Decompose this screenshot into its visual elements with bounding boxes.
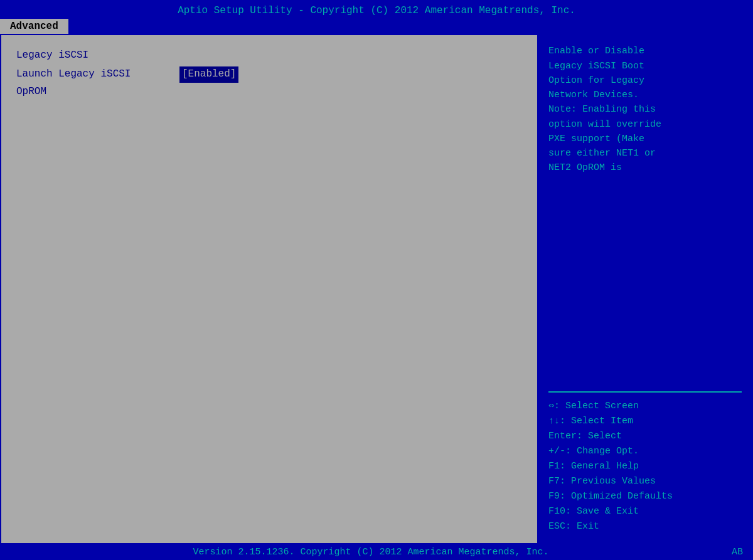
setting-label-launch: Launch Legacy iSCSI [16,66,179,83]
key-f10: F10: Save & Exit [548,504,742,519]
tab-row: Advanced [0,18,753,34]
key-help: ⇔: Select Screen ↑↓: Select Item Enter: … [548,399,742,534]
help-line-6: option will override [548,119,661,130]
help-line-3: Option for Legacy [548,75,644,86]
setting-row-iscsi: Launch Legacy iSCSI [Enabled] [16,66,522,83]
section-title: Legacy iSCSI [16,48,522,64]
key-esc: ESC: Exit [548,519,742,534]
left-panel: Legacy iSCSI Launch Legacy iSCSI [Enable… [1,35,538,543]
header-title: Aptio Setup Utility - Copyright (C) 2012… [178,5,575,16]
tab-advanced[interactable]: Advanced [0,19,68,34]
help-line-1: Enable or Disable [548,46,644,56]
footer-text: Version 2.15.1236. Copyright (C) 2012 Am… [10,547,732,557]
help-line-7: PXE support (Make [548,134,644,144]
key-select-item: ↑↓: Select Item [548,414,742,429]
divider [548,391,742,393]
key-f9: F9: Optimized Defaults [548,489,742,504]
header: Aptio Setup Utility - Copyright (C) 2012… [0,0,753,18]
main-content: Legacy iSCSI Launch Legacy iSCSI [Enable… [0,34,753,544]
key-f1: F1: General Help [548,459,742,474]
help-line-8: sure either NET1 or [548,148,656,159]
footer-badge: AB [732,547,743,557]
key-enter: Enter: Select [548,429,742,444]
app: Aptio Setup Utility - Copyright (C) 2012… [0,0,753,560]
key-f7: F7: Previous Values [548,474,742,489]
setting-sublabel-oprom: OpROM [16,84,522,100]
help-line-4: Network Devices. [548,90,639,100]
key-select-screen: ⇔: Select Screen [548,399,742,414]
help-line-9: NET2 OpROM is [548,162,622,173]
setting-value-enabled[interactable]: [Enabled] [179,66,238,83]
help-line-2: Legacy iSCSI Boot [548,61,644,71]
key-change-opt: +/-: Change Opt. [548,444,742,459]
help-line-5: Note: Enabling this [548,104,656,115]
footer: Version 2.15.1236. Copyright (C) 2012 Am… [0,544,753,560]
help-text: Enable or Disable Legacy iSCSI Boot Opti… [548,44,742,385]
right-panel: Enable or Disable Legacy iSCSI Boot Opti… [538,35,752,543]
